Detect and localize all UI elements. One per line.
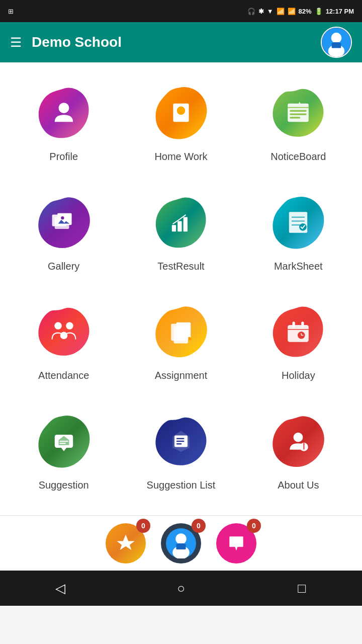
profile-label: Profile: [49, 151, 78, 163]
signal-icon: ▼: [267, 8, 274, 15]
suggestion-blob: [34, 411, 94, 471]
grid-item-suggestionlist[interactable]: Suggestion List: [122, 401, 239, 506]
battery-icon: 🔋: [315, 8, 323, 15]
svg-rect-35: [302, 321, 304, 328]
trophy-icon: [115, 532, 137, 554]
svg-rect-4: [332, 43, 334, 48]
avatar-image: [322, 28, 351, 57]
holiday-label: Holiday: [282, 370, 315, 381]
suggestionlist-blob: [151, 411, 211, 471]
profile-icon: [51, 100, 77, 126]
bluetooth-icon: ✱: [258, 8, 264, 15]
grid-item-gallery[interactable]: Gallery: [5, 182, 122, 287]
gallery-label: Gallery: [48, 261, 79, 272]
marksheet-icon: [285, 209, 311, 235]
assignment-label: Assignment: [155, 370, 208, 381]
suggestion-icon: [51, 428, 77, 454]
network-icon: 📶: [288, 8, 296, 15]
svg-rect-12: [290, 114, 307, 115]
chat-icon-wrap[interactable]: 0: [214, 521, 259, 566]
marksheet-blob: [268, 192, 328, 253]
assignment-icon: [168, 318, 194, 345]
attendance-label: Attendance: [38, 370, 89, 381]
svg-point-1: [331, 33, 342, 43]
grid-item-holiday[interactable]: Holiday: [240, 291, 357, 396]
grid-item-assignment[interactable]: Assignment: [122, 291, 239, 396]
grid-item-testresult[interactable]: TestResult: [122, 182, 239, 287]
trophy-icon-wrap[interactable]: 0: [103, 521, 148, 566]
homework-blob: [151, 83, 211, 143]
main-grid: Profile Home Work: [0, 62, 362, 515]
svg-rect-9: [288, 104, 309, 122]
svg-point-43: [294, 432, 303, 442]
status-right: 🎧 ✱ ▼ 📶 📶 82% 🔋 12:17 PM: [247, 8, 354, 15]
svg-point-36: [298, 332, 305, 339]
testresult-icon: [168, 209, 194, 235]
headphone-icon: 🎧: [247, 8, 255, 15]
grid-item-aboutus[interactable]: About Us: [240, 401, 357, 506]
bottom-avatar-icon: [166, 528, 196, 558]
chat-badge: 0: [247, 519, 261, 533]
attendance-icon: [51, 318, 77, 345]
grid-item-suggestion[interactable]: Suggestion: [5, 401, 122, 506]
chat-icon: [225, 532, 247, 554]
svg-rect-5: [339, 43, 341, 48]
suggestion-label: Suggestion: [39, 479, 89, 491]
aboutus-icon: [285, 428, 311, 454]
holiday-icon: [285, 318, 311, 345]
testresult-blob: [151, 192, 211, 253]
grid-item-marksheet[interactable]: MarkSheet: [240, 182, 357, 287]
svg-point-17: [61, 216, 64, 219]
grid-item-noticeboard[interactable]: NoticeBoard: [240, 72, 357, 177]
noticeboard-blob: [268, 83, 328, 143]
header-left: ☰ Demo School: [10, 34, 122, 50]
grid-item-profile[interactable]: Profile: [5, 72, 122, 177]
homework-icon: [168, 100, 194, 126]
home-button[interactable]: ○: [166, 573, 196, 603]
svg-rect-51: [176, 544, 178, 549]
trophy-badge: 0: [136, 519, 150, 533]
bottom-bar: 0 0 0: [0, 515, 362, 571]
svg-rect-18: [172, 225, 176, 231]
svg-point-8: [177, 107, 186, 115]
gallery-blob: [34, 192, 94, 253]
aboutus-blob: [268, 411, 328, 471]
suggestionlist-icon: [168, 428, 194, 454]
noticeboard-label: NoticeBoard: [270, 151, 326, 163]
status-bar: ⊞ 🎧 ✱ ▼ 📶 📶 82% 🔋 12:17 PM: [0, 0, 362, 22]
svg-point-48: [175, 533, 187, 544]
mi-icon: ⊞: [8, 8, 14, 15]
user-avatar[interactable]: [321, 27, 352, 58]
battery-text: 82%: [299, 8, 312, 15]
avatar-badge: 0: [192, 519, 206, 533]
homework-label: Home Work: [154, 151, 207, 163]
svg-rect-52: [184, 544, 186, 549]
back-button[interactable]: ◁: [45, 573, 75, 603]
suggestionlist-label: Suggestion List: [147, 479, 216, 491]
svg-point-27: [66, 322, 73, 330]
svg-point-26: [54, 322, 62, 330]
grid-item-homework[interactable]: Home Work: [122, 72, 239, 177]
time: 12:17 PM: [326, 8, 354, 15]
wifi-icon: 📶: [277, 8, 285, 15]
hamburger-menu[interactable]: ☰: [10, 35, 22, 50]
profile-blob: [34, 83, 94, 143]
marksheet-label: MarkSheet: [274, 261, 323, 272]
svg-point-46: [303, 443, 305, 444]
svg-rect-11: [290, 110, 307, 112]
app-header: ☰ Demo School: [0, 22, 362, 62]
svg-point-28: [60, 332, 67, 340]
app-title: Demo School: [32, 34, 122, 50]
holiday-blob: [268, 301, 328, 362]
noticeboard-icon: [285, 100, 311, 126]
svg-rect-20: [184, 217, 188, 231]
nav-bar: ◁ ○ □: [0, 571, 362, 606]
recent-button[interactable]: □: [287, 573, 317, 603]
gallery-icon: [51, 209, 77, 235]
assignment-blob: [151, 301, 211, 362]
grid-item-attendance[interactable]: Attendance: [5, 291, 122, 396]
attendance-blob: [34, 301, 94, 362]
aboutus-label: About Us: [278, 479, 319, 491]
svg-rect-34: [293, 321, 295, 328]
avatar-icon-wrap[interactable]: 0: [158, 521, 204, 566]
